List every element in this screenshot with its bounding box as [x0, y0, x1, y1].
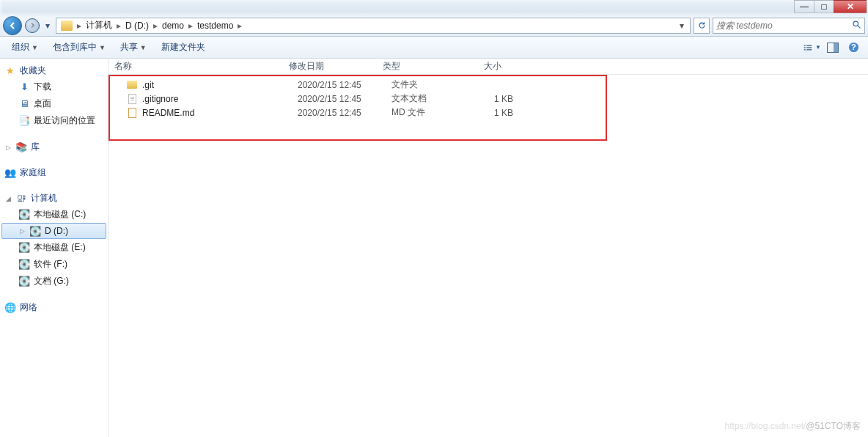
sidebar-computer[interactable]: ◢🖳计算机	[1, 191, 106, 206]
column-type[interactable]: 类型	[378, 60, 453, 73]
sidebar-item-drive-c[interactable]: 💽本地磁盘 (C:)	[1, 206, 106, 223]
main-area: ★收藏夹 ⬇下载 🖥桌面 📑最近访问的位置 ▷📚库 👥家庭组 ◢🖳计算机 💽本地…	[0, 59, 868, 437]
breadcrumb[interactable]: ▸ 计算机 ▸ D (D:) ▸ demo ▸ testdemo ▸ ▾	[56, 18, 691, 34]
homegroup-icon: 👥	[4, 167, 16, 179]
search-icon	[852, 20, 861, 32]
folder-icon	[61, 21, 73, 31]
window-controls: — □ ✕	[795, 0, 867, 13]
drive-icon: 💽	[18, 242, 30, 254]
refresh-button[interactable]	[694, 18, 710, 34]
svg-rect-7	[806, 49, 812, 50]
download-icon: ⬇	[18, 81, 30, 93]
column-header: 名称 修改日期 类型 大小	[108, 59, 868, 75]
svg-rect-2	[804, 45, 806, 45]
svg-rect-4	[804, 49, 806, 50]
file-date: 2020/2/15 12:45	[298, 94, 391, 104]
breadcrumb-item[interactable]: testdemo	[194, 21, 236, 31]
back-button[interactable]	[3, 16, 22, 35]
search-input[interactable]	[716, 21, 852, 31]
file-name: .git	[142, 80, 298, 90]
breadcrumb-item[interactable]: D (D:)	[122, 21, 152, 31]
organize-menu[interactable]: 组织▼	[6, 38, 44, 56]
folder-icon	[126, 79, 138, 91]
file-size: 1 KB	[466, 94, 519, 104]
sidebar-item-drive-d[interactable]: ▷💽D (D:)	[1, 223, 106, 239]
breadcrumb-item[interactable]: demo	[159, 21, 187, 31]
chevron-right-icon: ▸	[187, 21, 194, 31]
view-options-button[interactable]: ▼	[803, 40, 821, 56]
sidebar-libraries[interactable]: ▷📚库	[1, 139, 106, 155]
file-type: MD 文件	[391, 106, 466, 119]
sidebar-network[interactable]: 🌐网络	[1, 300, 106, 315]
sidebar-item-drive-f[interactable]: 💽软件 (F:)	[1, 256, 106, 273]
sidebar-favorites[interactable]: ★收藏夹	[1, 63, 106, 78]
column-date[interactable]: 修改日期	[284, 60, 378, 73]
chevron-right-icon: ▸	[236, 21, 243, 31]
file-row[interactable]: .git 2020/2/15 12:45 文件夹	[108, 78, 868, 92]
preview-pane-icon	[827, 43, 839, 53]
file-date: 2020/2/15 12:45	[298, 108, 391, 118]
file-name: README.md	[142, 108, 298, 118]
arrow-left-icon	[8, 21, 17, 30]
chevron-icon: ▷	[4, 144, 12, 151]
preview-pane-button[interactable]	[824, 40, 842, 56]
breadcrumb-item[interactable]: 计算机	[83, 19, 115, 32]
toolbar: 组织▼ 包含到库中▼ 共享▼ 新建文件夹 ▼ ?	[0, 37, 868, 59]
svg-line-1	[858, 26, 860, 28]
column-size[interactable]: 大小	[453, 60, 506, 73]
chevron-right-icon: ▸	[115, 21, 122, 31]
sidebar-item-downloads[interactable]: ⬇下载	[1, 78, 106, 95]
drive-icon: 💽	[29, 225, 41, 237]
library-icon: 📚	[15, 142, 27, 153]
file-type: 文件夹	[391, 78, 466, 91]
help-button[interactable]: ?	[845, 40, 862, 56]
chevron-down-icon: ◢	[4, 195, 12, 202]
sidebar-homegroup[interactable]: 👥家庭组	[1, 165, 106, 180]
computer-icon: 🖳	[15, 193, 27, 205]
sidebar: ★收藏夹 ⬇下载 🖥桌面 📑最近访问的位置 ▷📚库 👥家庭组 ◢🖳计算机 💽本地…	[0, 59, 108, 437]
chevron-right-icon: ▸	[76, 21, 83, 31]
forward-button[interactable]	[25, 18, 40, 33]
text-file-icon	[126, 93, 138, 105]
breadcrumb-dropdown[interactable]: ▾	[675, 21, 688, 31]
desktop-icon: 🖥	[18, 98, 30, 110]
file-name: .gitignore	[142, 94, 298, 104]
maximize-button[interactable]: □	[814, 0, 834, 13]
chevron-icon: ▷	[18, 227, 26, 235]
sidebar-item-recent[interactable]: 📑最近访问的位置	[1, 112, 106, 129]
svg-rect-5	[806, 45, 812, 45]
watermark: https://blog.csdn.net/@51CTO博客	[725, 420, 861, 433]
sidebar-item-drive-g[interactable]: 💽文档 (G:)	[1, 273, 106, 290]
new-folder-button[interactable]: 新建文件夹	[155, 38, 211, 56]
column-name[interactable]: 名称	[108, 60, 284, 73]
content-pane: 名称 修改日期 类型 大小 .git 2020/2/15 12:45 文件夹 .…	[108, 59, 868, 437]
drive-icon: 💽	[18, 209, 30, 221]
svg-rect-6	[806, 47, 812, 48]
sidebar-item-desktop[interactable]: 🖥桌面	[1, 95, 106, 112]
nav-history-dropdown[interactable]: ▾	[43, 21, 53, 31]
chevron-right-icon: ▸	[152, 21, 159, 31]
file-row[interactable]: README.md 2020/2/15 12:45 MD 文件 1 KB	[108, 106, 868, 120]
drive-icon: 💽	[18, 259, 30, 271]
svg-rect-3	[804, 47, 806, 48]
minimize-button[interactable]: —	[794, 0, 814, 13]
md-file-icon	[126, 107, 138, 119]
refresh-icon	[697, 21, 707, 30]
file-list: .git 2020/2/15 12:45 文件夹 .gitignore 2020…	[108, 75, 868, 122]
address-bar: ▾ ▸ 计算机 ▸ D (D:) ▸ demo ▸ testdemo ▸ ▾	[0, 15, 868, 37]
file-date: 2020/2/15 12:45	[298, 80, 391, 90]
share-menu[interactable]: 共享▼	[114, 38, 152, 56]
svg-point-0	[853, 21, 858, 26]
include-library-menu[interactable]: 包含到库中▼	[47, 38, 111, 56]
sidebar-item-drive-e[interactable]: 💽本地磁盘 (E:)	[1, 239, 106, 256]
recent-icon: 📑	[18, 115, 30, 127]
close-button[interactable]: ✕	[834, 0, 867, 13]
view-icon	[803, 43, 814, 53]
svg-text:?: ?	[851, 43, 856, 51]
file-row[interactable]: .gitignore 2020/2/15 12:45 文本文档 1 KB	[108, 92, 868, 106]
titlebar-blur	[0, 0, 868, 15]
file-size: 1 KB	[466, 108, 519, 118]
drive-icon: 💽	[18, 276, 30, 287]
network-icon: 🌐	[4, 302, 16, 314]
search-box[interactable]	[713, 18, 865, 34]
